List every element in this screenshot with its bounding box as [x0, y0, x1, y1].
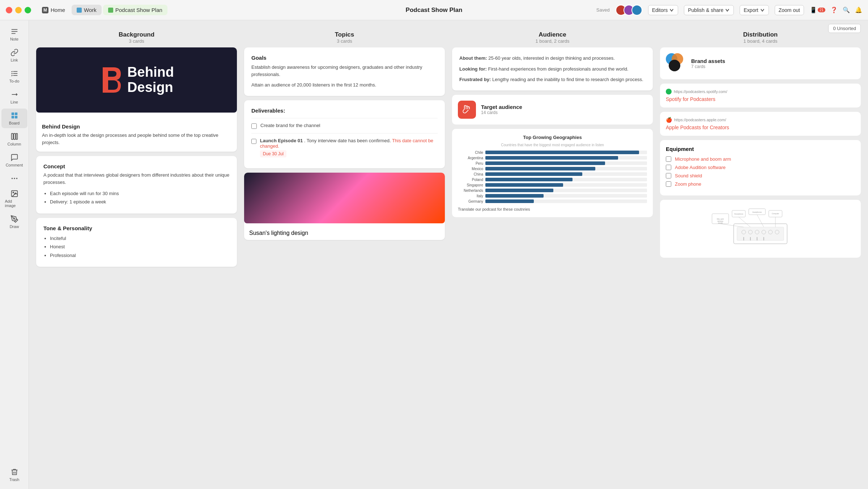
brand-logo: [666, 53, 686, 73]
sidebar-item-line[interactable]: Line: [1, 88, 27, 107]
tab-work-label: Work: [84, 7, 97, 13]
titlebar: M Home Work Podcast Show Plan Podcast Sh…: [0, 0, 868, 20]
line-icon: [10, 90, 18, 98]
equip-checkbox-2[interactable]: [666, 165, 671, 170]
todo-icon: [10, 69, 18, 77]
divider-1: [251, 118, 438, 118]
equip-checkbox-3[interactable]: [666, 173, 671, 178]
zoom-out-button[interactable]: Zoom out: [775, 5, 804, 15]
bar-row: Singapore: [458, 183, 647, 187]
tab-home[interactable]: M Home: [37, 5, 70, 16]
maximize-button[interactable]: [25, 7, 31, 13]
draw-icon: [10, 215, 18, 223]
unsorted-button[interactable]: 0 Unsorted: [828, 24, 861, 33]
card-equipment: Equipment Microphone and boom arm Adobe …: [660, 140, 861, 195]
chart-note: Translate our podcast for these coutnrie…: [458, 207, 647, 211]
svg-text:Smartphone: Smartphone: [734, 213, 744, 215]
columns-container: Background 3 cards BehindDesign Behind D…: [36, 31, 861, 284]
link-label: Link: [10, 58, 18, 62]
logo-image: BehindDesign: [36, 47, 237, 113]
sidebar-item-more[interactable]: [1, 172, 27, 185]
avatar-3: [631, 5, 642, 16]
comment-label: Comment: [6, 163, 23, 167]
bar-label: Germany: [458, 199, 483, 203]
bar-fill: [485, 161, 605, 165]
export-button[interactable]: Export: [740, 5, 769, 15]
minimize-button[interactable]: [15, 7, 22, 13]
editors-button[interactable]: Editors: [648, 5, 678, 15]
search-icon[interactable]: 🔍: [843, 7, 850, 13]
equip-item-3: Sound shield: [666, 173, 855, 178]
bar-row: Mexico: [458, 167, 647, 171]
bar-track: [485, 183, 647, 187]
equip-checkbox-4[interactable]: [666, 181, 671, 187]
sidebar-item-add-image[interactable]: Add image: [1, 187, 27, 211]
tone-item-3: Professional: [50, 251, 230, 260]
sidebar-item-draw[interactable]: Draw: [1, 212, 27, 232]
notification-icon[interactable]: 🔔: [855, 7, 862, 13]
sidebar-item-note[interactable]: Note: [1, 25, 27, 44]
tab-podcast[interactable]: Podcast Show Plan: [103, 5, 167, 15]
bar-fill: [485, 151, 639, 154]
brand-subtitle: 7 cards: [691, 64, 725, 69]
concept-item-1: Each episode will run for 30 mins: [50, 189, 230, 198]
column-sub-topics: 3 cards: [244, 38, 445, 44]
launch-episode-desc: . Tony interview date has been confirmed…: [304, 138, 392, 143]
sidebar-item-column[interactable]: Column: [1, 130, 27, 149]
card-concept: Concept A podcast that that interviews g…: [36, 156, 237, 214]
sidebar-item-todo[interactable]: To-do: [1, 67, 27, 86]
deliverable-item-1: Create brand for the channel: [251, 123, 438, 129]
bar-fill: [485, 172, 582, 176]
sidebar-item-comment[interactable]: Comment: [1, 151, 27, 170]
help-icon[interactable]: ❓: [830, 7, 838, 13]
behind-design-logo-icon: [99, 64, 124, 96]
trash-icon: [10, 468, 18, 476]
card-brand-assets[interactable]: Brand assets 7 cards: [660, 47, 861, 79]
column-title-audience: Audience: [452, 31, 653, 38]
sidebar-item-board[interactable]: Board: [1, 109, 27, 128]
column-title-background: Background: [36, 31, 237, 38]
tab-home-label: Home: [51, 7, 65, 13]
target-subtitle: 14 cards: [481, 110, 522, 115]
column-sub-background: 3 cards: [36, 38, 237, 44]
spotify-url-icon: [666, 89, 672, 94]
close-button[interactable]: [6, 7, 12, 13]
sidebar-item-link[interactable]: Link: [1, 46, 27, 65]
svg-text:tabletop: tabletop: [718, 220, 724, 222]
device-icon[interactable]: 📱21: [810, 7, 825, 13]
bar-row: Germany: [458, 199, 647, 203]
deliverable-checkbox-2[interactable]: [251, 139, 256, 144]
svg-point-21: [13, 218, 15, 219]
bar-row: Netherlands: [458, 189, 647, 193]
spotify-link[interactable]: Spotify for Podcasters: [666, 96, 715, 102]
bar-label: Singapore: [458, 183, 483, 187]
column-distribution: Distribution 1 board, 4 cards Brand asse…: [660, 31, 861, 284]
equip-checkbox-1[interactable]: [666, 156, 671, 162]
home-icon: M: [42, 7, 48, 13]
sidebar-item-trash[interactable]: Trash: [1, 465, 27, 485]
bar-row: Chile: [458, 151, 647, 155]
apple-link[interactable]: Apple Podcasts for Creators: [666, 125, 729, 130]
about-them-label: About them:: [459, 55, 487, 61]
column-header-distribution: Distribution 1 board, 4 cards: [660, 31, 861, 44]
bar-label: Poland: [458, 178, 483, 182]
publish-share-button[interactable]: Publish & share: [684, 5, 734, 15]
chevron-down-icon: [669, 8, 674, 13]
tab-work[interactable]: Work: [72, 5, 102, 15]
draw-label: Draw: [10, 224, 19, 229]
svg-point-14: [11, 178, 13, 179]
bar-track: [485, 156, 647, 160]
card-target-audience[interactable]: Target audience 14 cards: [452, 95, 653, 125]
due-badge: Due 30 Jul: [260, 150, 286, 157]
logo-inner: BehindDesign: [99, 64, 174, 96]
titlebar-icons: 📱21 ❓ 🔍 🔔: [810, 7, 862, 13]
launch-episode-label: Launch Episode 01: [260, 138, 303, 143]
editors-avatars: [616, 5, 642, 16]
column-icon: [10, 132, 18, 140]
titlebar-right: Saved Editors Publish & share Export Zoo…: [596, 5, 862, 16]
lighting-image: [244, 173, 445, 223]
deliverable-checkbox-1[interactable]: [251, 123, 257, 129]
svg-point-18: [13, 192, 14, 193]
tab-podcast-label: Podcast Show Plan: [115, 7, 162, 13]
svg-rect-9: [11, 116, 14, 118]
